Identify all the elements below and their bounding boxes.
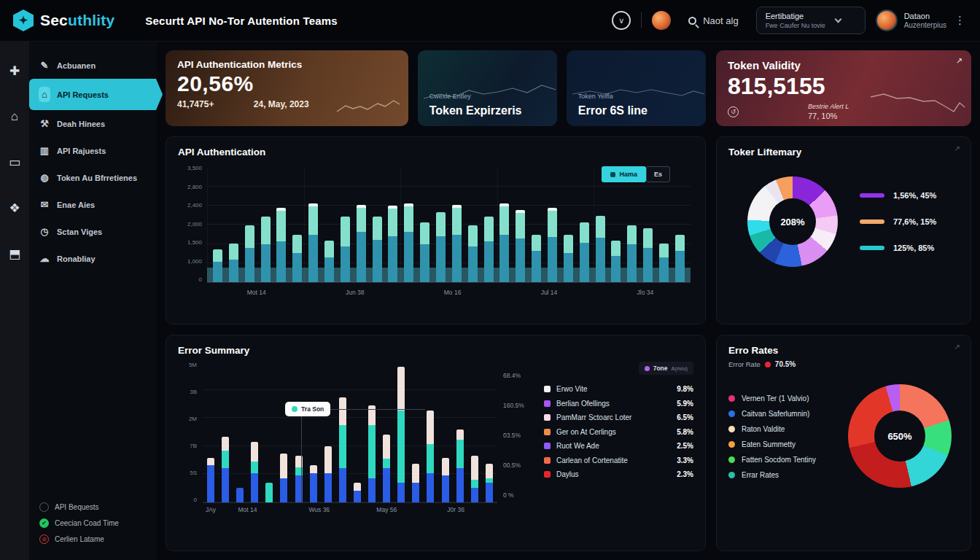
- sidebar-status-item[interactable]: ✔Ceecian Coad Time: [39, 518, 119, 528]
- legend-item[interactable]: Berlian Ofellings5.9%: [544, 400, 693, 408]
- legend-item[interactable]: Ruot We Ade2.5%: [544, 442, 693, 450]
- status-ring-icon[interactable]: ∨: [612, 11, 631, 30]
- token-expiry-card[interactable]: Cwexle Entley Token Expirzeris: [418, 50, 557, 126]
- stacked-bar[interactable]: [324, 446, 332, 502]
- bar[interactable]: [245, 225, 254, 282]
- bar[interactable]: [548, 208, 557, 282]
- stacked-bar[interactable]: [251, 442, 258, 502]
- stacked-bar[interactable]: [354, 483, 361, 502]
- bar[interactable]: [659, 244, 669, 282]
- sidebar-item-acbuanen[interactable]: ✎Acbuanen: [29, 52, 157, 79]
- stacked-bar[interactable]: [207, 458, 214, 502]
- stacked-bar[interactable]: [471, 456, 478, 502]
- stacked-bar[interactable]: [310, 465, 317, 502]
- sidebar-item-ronabliay[interactable]: ☁Ronabliay: [29, 245, 157, 272]
- sidebar-item-sctan-viges[interactable]: ◷Sctan Viges: [29, 218, 157, 245]
- puzzle-icon[interactable]: ❖: [9, 201, 20, 216]
- bar[interactable]: [388, 206, 397, 282]
- error-line-card[interactable]: Token Yelfla Error 6S line: [567, 50, 706, 126]
- legend-item[interactable]: Raton Valdite: [728, 425, 838, 433]
- legend-item[interactable]: Fatten Socdom Tentiny: [728, 456, 838, 464]
- legend-item[interactable]: PamMarr Sctoarc Loter6.5%: [544, 413, 693, 421]
- stacked-bar[interactable]: [222, 437, 229, 503]
- home-icon[interactable]: ⌂: [11, 109, 18, 124]
- stacked-bar[interactable]: [339, 397, 346, 502]
- token-validity-card[interactable]: ↗ Token Validity 815,5155 ↺ Bestrie Aler…: [716, 50, 971, 126]
- kebab-menu-icon[interactable]: ⋮: [953, 14, 967, 27]
- bar[interactable]: [564, 235, 573, 282]
- legend-item[interactable]: 77,6%, 15%: [860, 217, 936, 226]
- legend-item[interactable]: Carlean of Cortenatite3.3%: [544, 456, 693, 464]
- bar[interactable]: [580, 222, 589, 282]
- bar[interactable]: [420, 222, 429, 282]
- sidebar-item-api-requests[interactable]: ⌂API Requests: [29, 79, 163, 110]
- sidebar-status-item[interactable]: API Bequests: [39, 502, 119, 512]
- error-rates-donut[interactable]: 650%: [848, 384, 952, 488]
- stacked-bar[interactable]: [383, 435, 390, 502]
- legend-item[interactable]: Caitvan Saferlumnin): [728, 410, 838, 418]
- mini-avatar[interactable]: [652, 11, 671, 30]
- package-icon[interactable]: ⬒: [9, 246, 20, 262]
- bar[interactable]: [611, 241, 621, 282]
- bar[interactable]: [373, 217, 382, 282]
- legend-item[interactable]: Vernen Ter (1 Valvio): [728, 394, 838, 402]
- legend-item[interactable]: Ger on At Cerlings5.8%: [544, 428, 693, 436]
- refresh-ring-icon[interactable]: ↺: [728, 106, 739, 117]
- bar[interactable]: [675, 235, 685, 282]
- stacked-bar[interactable]: [280, 454, 287, 502]
- auth-metrics-card[interactable]: API Authentication Metrics 20,56% 41,747…: [166, 50, 408, 126]
- stacked-bar[interactable]: [265, 483, 273, 502]
- stacked-bar[interactable]: [456, 429, 464, 502]
- bar[interactable]: [308, 203, 318, 282]
- stacked-bar[interactable]: [397, 367, 405, 502]
- legend-item[interactable]: 125%, 85%: [860, 244, 936, 252]
- legend-item[interactable]: 1,56%, 45%: [860, 191, 936, 200]
- bar[interactable]: [596, 216, 605, 283]
- bar[interactable]: [436, 212, 446, 282]
- external-link-icon[interactable]: ↗: [956, 56, 962, 66]
- legend-item[interactable]: Daylus2.3%: [544, 470, 693, 478]
- bar[interactable]: [643, 228, 653, 282]
- bar[interactable]: [516, 210, 525, 282]
- bar[interactable]: [532, 235, 541, 282]
- search-input[interactable]: Naot alg: [681, 11, 745, 31]
- legend-item[interactable]: Eaten Summetty: [728, 440, 838, 448]
- series-badge[interactable]: 7one A(m/u): [639, 362, 693, 375]
- legend-toggle-es[interactable]: Es: [646, 166, 670, 182]
- bar[interactable]: [357, 205, 366, 282]
- sidebar-item-token-au-bfrretienes[interactable]: ◍Token Au Bfrretienes: [29, 164, 157, 191]
- legend-item[interactable]: Errar Rates: [728, 471, 838, 479]
- expand-icon[interactable]: ↗: [954, 144, 960, 152]
- sidebar-item-deah-hinees[interactable]: ⚒Deah Hinees: [29, 110, 157, 137]
- legend-toggle-hama[interactable]: Hama: [602, 166, 646, 182]
- bar[interactable]: [484, 217, 494, 282]
- bar[interactable]: [261, 217, 271, 282]
- bar[interactable]: [324, 241, 334, 282]
- bar[interactable]: [404, 203, 413, 282]
- bar[interactable]: [452, 205, 462, 282]
- environment-select[interactable]: Eertibatige Fwe Caufer Nu tovie: [756, 7, 866, 34]
- bar[interactable]: [341, 217, 350, 282]
- monitor-icon[interactable]: ▭: [9, 155, 20, 170]
- stacked-bar[interactable]: [486, 464, 493, 502]
- sidebar-item-enae-aies[interactable]: ✉Enae Aies: [29, 191, 157, 218]
- app-logo[interactable]: ✦ Secuthlity: [13, 9, 114, 31]
- stacked-bar[interactable]: [442, 458, 449, 502]
- bar[interactable]: [229, 244, 238, 282]
- bar[interactable]: [292, 235, 302, 282]
- stacked-bar[interactable]: [412, 464, 419, 502]
- expand-icon[interactable]: ↗: [954, 343, 960, 351]
- crosshair-icon[interactable]: ✚: [9, 63, 20, 79]
- token-lifetime-donut[interactable]: 208%: [747, 176, 838, 267]
- sidebar-item-api-rajuests[interactable]: ▥API Rajuests: [29, 137, 157, 164]
- legend-item[interactable]: Erwo Vite9.8%: [544, 385, 693, 393]
- bar[interactable]: [499, 203, 509, 282]
- stacked-bar[interactable]: [427, 411, 434, 502]
- stacked-bar[interactable]: [368, 405, 376, 502]
- stacked-bar[interactable]: [236, 488, 244, 502]
- bar[interactable]: [627, 225, 637, 282]
- bar[interactable]: [276, 208, 286, 282]
- bar[interactable]: [213, 249, 222, 282]
- user-menu[interactable]: Dataon Auzenterpius ⋮: [876, 9, 967, 31]
- bar[interactable]: [468, 225, 478, 282]
